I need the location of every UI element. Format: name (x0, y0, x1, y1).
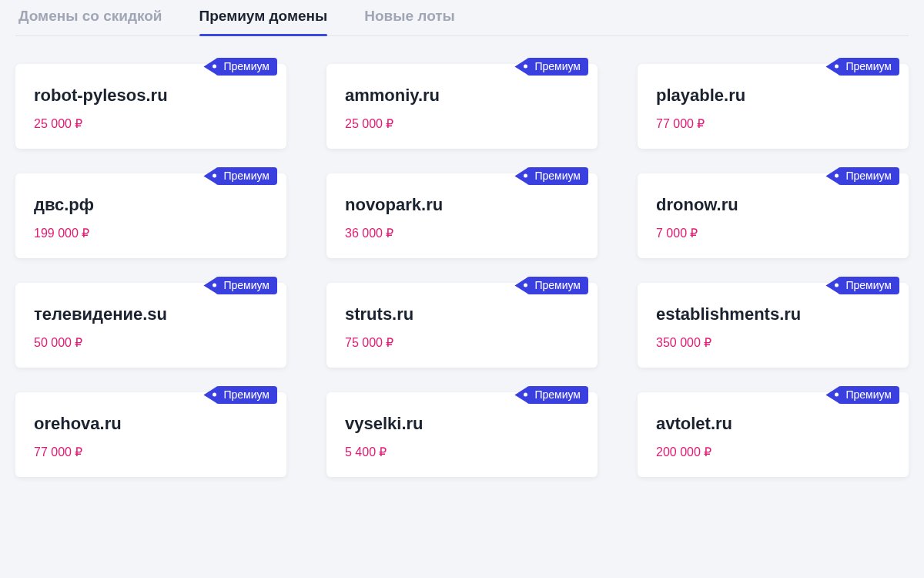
domain-card[interactable]: Премиум struts.ru 75 000 ₽ (326, 283, 598, 368)
domain-name: телевидение.su (34, 304, 268, 324)
premium-badge: Премиум (527, 58, 588, 76)
tab-premium-domains[interactable]: Премиум домены (199, 0, 328, 35)
domain-name: orehova.ru (34, 414, 268, 434)
badge-label: Премиум (534, 279, 581, 292)
badge-label: Премиум (845, 388, 892, 402)
premium-badge: Премиум (527, 277, 588, 294)
domain-card[interactable]: Премиум novopark.ru 36 000 ₽ (326, 173, 598, 258)
domain-price: 25 000 ₽ (345, 116, 579, 131)
domain-price: 77 000 ₽ (656, 116, 890, 131)
tab-new-lots[interactable]: Новые лоты (364, 0, 455, 35)
domain-name: robot-pylesos.ru (34, 86, 268, 106)
premium-badge: Премиум (216, 167, 277, 185)
domain-price: 36 000 ₽ (345, 226, 579, 240)
domain-price: 5 400 ₽ (345, 445, 579, 459)
premium-badge: Премиум (838, 58, 899, 76)
badge-label: Премиум (534, 388, 581, 402)
domain-price: 7 000 ₽ (656, 226, 890, 240)
tab-discount-domains[interactable]: Домены со скидкой (18, 0, 162, 35)
badge-label: Премиум (223, 388, 270, 402)
category-tabs: Домены со скидкой Премиум домены Новые л… (15, 0, 909, 36)
domain-card[interactable]: Премиум avtolet.ru 200 000 ₽ (638, 392, 909, 477)
domain-card[interactable]: Премиум orehova.ru 77 000 ₽ (15, 392, 286, 477)
badge-label: Премиум (223, 170, 270, 183)
premium-badge: Премиум (527, 386, 588, 404)
domain-grid: Премиум robot-pylesos.ru 25 000 ₽ Премиу… (15, 64, 909, 477)
domain-card[interactable]: Премиум двс.рф 199 000 ₽ (15, 173, 286, 258)
domain-name: avtolet.ru (656, 414, 890, 434)
domain-card[interactable]: Премиум телевидение.su 50 000 ₽ (15, 283, 286, 368)
badge-label: Премиум (845, 60, 892, 73)
domain-name: vyselki.ru (345, 414, 579, 434)
premium-badge: Премиум (527, 167, 588, 185)
domain-price: 25 000 ₽ (34, 116, 268, 131)
badge-label: Премиум (845, 170, 892, 183)
premium-badge: Премиум (216, 277, 277, 294)
domain-price: 50 000 ₽ (34, 335, 268, 350)
domain-name: novopark.ru (345, 195, 579, 215)
domain-name: establishments.ru (656, 304, 890, 324)
domain-card[interactable]: Премиум vyselki.ru 5 400 ₽ (326, 392, 598, 477)
badge-label: Премиум (534, 60, 581, 73)
domain-card[interactable]: Премиум dronow.ru 7 000 ₽ (638, 173, 909, 258)
premium-badge: Премиум (838, 277, 899, 294)
badge-label: Премиум (845, 279, 892, 292)
domain-name: ammoniy.ru (345, 86, 579, 106)
domain-price: 77 000 ₽ (34, 445, 268, 459)
badge-label: Премиум (223, 279, 270, 292)
domain-price: 200 000 ₽ (656, 445, 890, 459)
premium-badge: Премиум (838, 386, 899, 404)
domain-card[interactable]: Премиум robot-pylesos.ru 25 000 ₽ (15, 64, 286, 149)
domain-price: 350 000 ₽ (656, 335, 890, 350)
domain-card[interactable]: Премиум establishments.ru 350 000 ₽ (638, 283, 909, 368)
domain-name: playable.ru (656, 86, 890, 106)
premium-badge: Премиум (838, 167, 899, 185)
domain-price: 75 000 ₽ (345, 335, 579, 350)
domain-name: dronow.ru (656, 195, 890, 215)
domain-card[interactable]: Премиум ammoniy.ru 25 000 ₽ (326, 64, 598, 149)
domain-price: 199 000 ₽ (34, 226, 268, 240)
badge-label: Премиум (534, 170, 581, 183)
domain-name: двс.рф (34, 195, 268, 215)
premium-badge: Премиум (216, 58, 277, 76)
domain-name: struts.ru (345, 304, 579, 324)
badge-label: Премиум (223, 60, 270, 73)
domain-card[interactable]: Премиум playable.ru 77 000 ₽ (638, 64, 909, 149)
premium-badge: Премиум (216, 386, 277, 404)
